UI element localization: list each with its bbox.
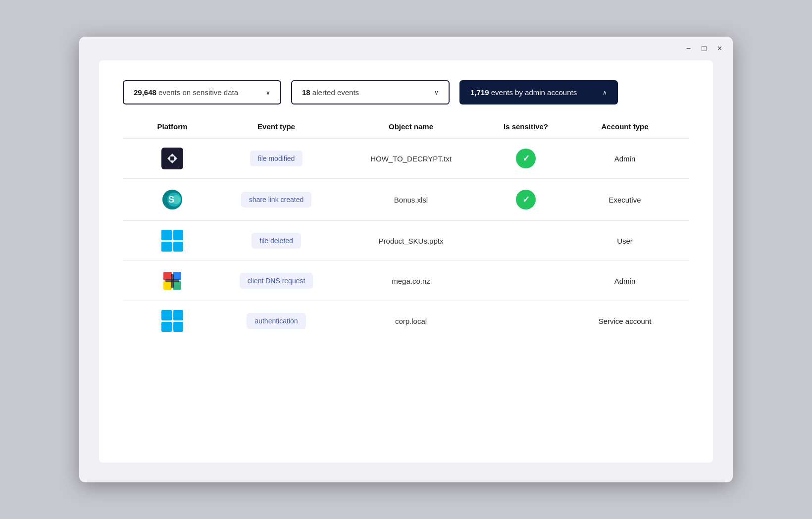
- title-bar: − □ ×: [79, 37, 733, 60]
- table-row: S share link created Bonus.xlsl ✓ Execut…: [123, 179, 689, 221]
- event-type-cell: file modified: [212, 151, 341, 166]
- object-name: HOW_TO_DECRYPT.txt: [370, 155, 452, 163]
- sensitive-cell: ✓: [481, 149, 570, 168]
- table-header: Platform Event type Object name Is sensi…: [123, 122, 689, 139]
- sensitive-count: 29,648: [134, 88, 156, 97]
- account-type-value: Executive: [609, 196, 641, 204]
- object-name: Bonus.xlsl: [394, 196, 428, 204]
- events-table: Platform Event type Object name Is sensi…: [123, 122, 689, 341]
- sensitive-check-icon: ✓: [516, 190, 536, 209]
- object-name-cell: HOW_TO_DECRYPT.txt: [341, 155, 481, 163]
- account-type-cell: Service account: [570, 317, 679, 325]
- sensitive-cell: ✓: [481, 190, 570, 209]
- window-controls: − □ ×: [684, 44, 724, 53]
- minimize-button[interactable]: −: [684, 44, 693, 53]
- platform-cell: [133, 310, 212, 332]
- col-object-name: Object name: [341, 122, 481, 131]
- chevron-down-icon: ∨: [434, 89, 439, 96]
- svg-text:S: S: [168, 195, 174, 205]
- col-account-type: Account type: [570, 122, 679, 131]
- event-type-cell: authentication: [212, 313, 341, 329]
- account-type-cell: Admin: [570, 155, 679, 163]
- platform-cell: S: [133, 188, 212, 211]
- object-name: Product_SKUs.pptx: [379, 237, 444, 245]
- content-area: 29,648 events on sensitive data ∨ 18 ale…: [99, 60, 713, 463]
- object-name-cell: Product_SKUs.pptx: [341, 237, 481, 245]
- filter-admin-events[interactable]: 1,719 events by admin accounts ∧: [459, 80, 618, 104]
- event-badge: authentication: [247, 313, 305, 329]
- svg-rect-9: [173, 281, 181, 290]
- col-event-type: Event type: [212, 122, 341, 131]
- event-type-cell: client DNS request: [212, 273, 341, 289]
- platform-cell: [133, 148, 212, 169]
- event-badge: file deleted: [252, 233, 301, 249]
- event-type-cell: file deleted: [212, 233, 341, 249]
- alerted-label-text: alerted events: [312, 88, 359, 97]
- svg-rect-7: [173, 272, 181, 280]
- object-name-cell: corp.local: [341, 317, 481, 325]
- event-badge: file modified: [250, 151, 303, 166]
- table-row: client DNS request mega.co.nz Admin: [123, 261, 689, 301]
- account-type-value: Admin: [614, 277, 636, 285]
- account-type-cell: User: [570, 237, 679, 245]
- account-type-cell: Executive: [570, 196, 679, 204]
- svg-rect-8: [163, 281, 172, 290]
- svg-rect-6: [163, 272, 172, 280]
- col-platform: Platform: [133, 122, 212, 131]
- close-button[interactable]: ×: [715, 44, 724, 53]
- object-name: corp.local: [395, 317, 427, 325]
- windows-icon: [161, 230, 183, 252]
- account-type-value: Admin: [614, 155, 636, 163]
- filter-sensitive-events[interactable]: 29,648 events on sensitive data ∨: [123, 80, 281, 104]
- filter-alerted-events[interactable]: 18 alerted events ∨: [291, 80, 450, 104]
- sensitive-check-icon: ✓: [516, 149, 536, 168]
- windows-icon: [161, 310, 183, 332]
- svg-rect-11: [165, 279, 179, 282]
- event-type-cell: share link created: [212, 192, 341, 208]
- object-name: mega.co.nz: [392, 277, 430, 285]
- table-row: authentication corp.local Service accoun…: [123, 301, 689, 341]
- event-badge: client DNS request: [240, 273, 313, 289]
- account-type-value: User: [617, 237, 633, 245]
- platform-cell: [133, 230, 212, 252]
- maximize-button[interactable]: □: [700, 44, 709, 53]
- account-type-cell: Admin: [570, 277, 679, 285]
- netskope-icon: [161, 148, 183, 169]
- col-is-sensitive: Is sensitive?: [481, 122, 570, 131]
- event-badge: share link created: [241, 192, 312, 208]
- admin-count: 1,719: [470, 88, 489, 97]
- sharepoint-icon: S: [160, 188, 184, 211]
- object-name-cell: mega.co.nz: [341, 277, 481, 285]
- account-type-value: Service account: [599, 317, 652, 325]
- chevron-up-icon: ∧: [603, 89, 607, 96]
- sensitive-label-text: events on sensitive data: [158, 88, 238, 97]
- jira-icon: [161, 270, 183, 292]
- filters-row: 29,648 events on sensitive data ∨ 18 ale…: [123, 80, 689, 104]
- table-row: file modified HOW_TO_DECRYPT.txt ✓ Admin: [123, 139, 689, 179]
- svg-rect-1: [170, 156, 174, 160]
- object-name-cell: Bonus.xlsl: [341, 196, 481, 204]
- main-window: − □ × 29,648 events on sensitive data ∨ …: [79, 37, 733, 482]
- table-row: file deleted Product_SKUs.pptx User: [123, 221, 689, 261]
- alerted-count: 18: [302, 88, 310, 97]
- chevron-down-icon: ∨: [266, 89, 270, 96]
- admin-label-text: events by admin accounts: [491, 88, 577, 97]
- platform-cell: [133, 270, 212, 292]
